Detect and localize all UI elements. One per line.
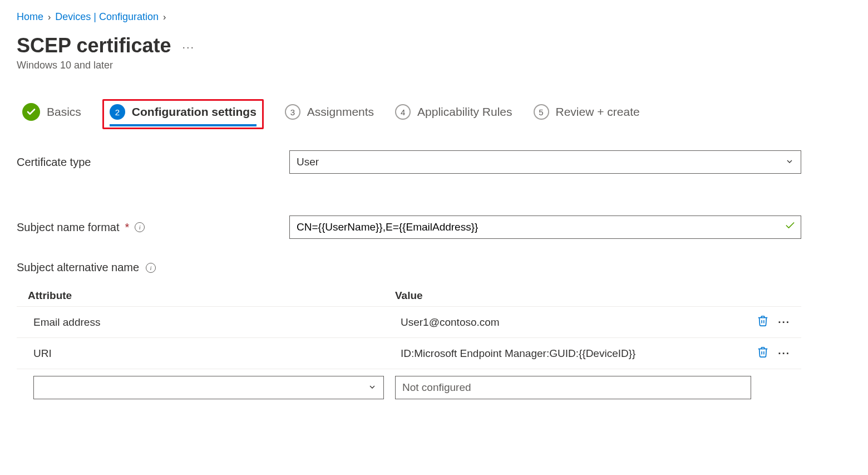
more-actions-icon[interactable]: ··· [182, 41, 195, 52]
breadcrumb: Home › Devices | Configuration › [17, 11, 851, 23]
san-header-attribute: Attribute [28, 290, 395, 302]
trash-icon[interactable] [757, 346, 769, 361]
step-number-badge: 5 [534, 104, 549, 120]
certificate-type-label: Certificate type [17, 156, 289, 169]
tab-configuration-settings[interactable]: 2 Configuration settings [110, 104, 257, 126]
san-table: Attribute Value Email address User1@cont… [17, 285, 801, 406]
table-row: Email address User1@contoso.com ··· [17, 307, 801, 338]
tab-review-create[interactable]: 5 Review + create [534, 104, 640, 124]
more-icon[interactable]: ··· [778, 347, 790, 360]
page-subtitle: Windows 10 and later [17, 60, 851, 71]
san-attribute-select[interactable] [33, 376, 384, 399]
san-value-input[interactable] [395, 376, 751, 399]
breadcrumb-home[interactable]: Home [17, 11, 43, 23]
san-section-header: Subject alternative name i [17, 261, 851, 274]
trash-icon[interactable] [757, 315, 769, 330]
tab-applicability-rules[interactable]: 4 Applicability Rules [395, 104, 512, 124]
page-title: SCEP certificate [17, 34, 171, 57]
subject-name-format-input[interactable] [289, 216, 801, 239]
san-attribute: Email address [33, 316, 401, 329]
san-value: ID:Microsoft Endpoint Manager:GUID:{{Dev… [401, 347, 723, 360]
san-new-row [17, 369, 801, 406]
check-circle-icon [22, 103, 40, 121]
step-number-badge: 4 [395, 104, 411, 120]
certificate-type-select[interactable]: User [289, 150, 801, 174]
certificate-type-value: User [297, 156, 319, 168]
chevron-down-icon [368, 383, 377, 393]
info-icon[interactable]: i [135, 222, 145, 232]
san-header-value: Value [395, 290, 790, 302]
breadcrumb-devices[interactable]: Devices | Configuration [55, 11, 159, 23]
san-table-header: Attribute Value [17, 285, 801, 307]
tab-basics[interactable]: Basics [22, 103, 81, 125]
san-attribute: URI [33, 347, 401, 360]
tab-config-label: Configuration settings [132, 105, 257, 119]
tab-assignments[interactable]: 3 Assignments [285, 104, 374, 124]
tab-applicability-label: Applicability Rules [417, 105, 512, 119]
wizard-tabs: Basics 2 Configuration settings 3 Assign… [22, 99, 851, 129]
tab-review-label: Review + create [556, 105, 640, 119]
step-number-badge: 2 [110, 104, 125, 120]
tab-assignments-label: Assignments [307, 105, 374, 119]
chevron-right-icon: › [163, 12, 166, 22]
san-value: User1@contoso.com [401, 316, 723, 329]
table-row: URI ID:Microsoft Endpoint Manager:GUID:{… [17, 338, 801, 369]
info-icon[interactable]: i [146, 263, 156, 273]
highlight-annotation: 2 Configuration settings [102, 99, 264, 129]
check-icon [785, 220, 796, 234]
san-label: Subject alternative name [17, 261, 139, 274]
subject-name-format-label: Subject name format * i [17, 221, 289, 234]
tab-basics-label: Basics [47, 105, 81, 119]
step-number-badge: 3 [285, 104, 300, 120]
subject-name-format-text: Subject name format [17, 221, 120, 234]
more-icon[interactable]: ··· [778, 316, 790, 329]
chevron-down-icon [785, 157, 794, 168]
chevron-right-icon: › [48, 12, 51, 22]
required-indicator: * [125, 221, 130, 234]
